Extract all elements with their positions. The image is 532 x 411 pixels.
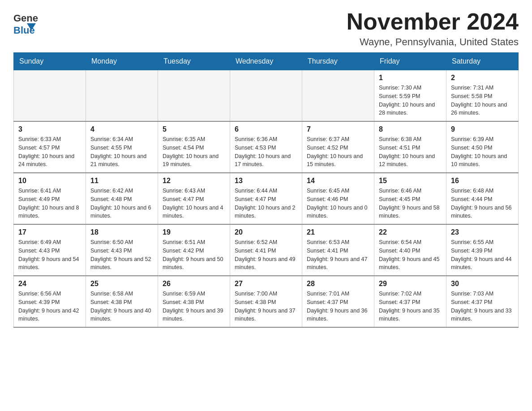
day-number: 13 bbox=[235, 177, 297, 185]
calendar-cell bbox=[230, 70, 302, 122]
day-info: Sunrise: 6:41 AMSunset: 4:49 PMDaylight:… bbox=[18, 187, 81, 220]
logo-image: General Blue bbox=[13, 9, 38, 38]
day-header-wednesday: Wednesday bbox=[230, 53, 302, 70]
day-info: Sunrise: 7:03 AMSunset: 4:37 PMDaylight:… bbox=[451, 290, 514, 323]
calendar-cell: 21Sunrise: 6:53 AMSunset: 4:41 PMDayligh… bbox=[302, 224, 374, 276]
calendar-week-row: 17Sunrise: 6:49 AMSunset: 4:43 PMDayligh… bbox=[14, 224, 519, 276]
calendar-cell: 1Sunrise: 7:30 AMSunset: 5:59 PMDaylight… bbox=[374, 70, 446, 122]
day-number: 4 bbox=[90, 125, 153, 133]
calendar-cell: 13Sunrise: 6:44 AMSunset: 4:47 PMDayligh… bbox=[230, 173, 302, 224]
calendar-cell: 2Sunrise: 7:31 AMSunset: 5:58 PMDaylight… bbox=[446, 70, 519, 122]
title-block: November 2024 Wayne, Pennsylvania, Unite… bbox=[347, 9, 519, 48]
day-number: 10 bbox=[18, 177, 81, 185]
day-number: 28 bbox=[307, 280, 369, 288]
day-number: 8 bbox=[379, 125, 442, 133]
day-number: 16 bbox=[451, 177, 514, 185]
day-header-monday: Monday bbox=[86, 53, 158, 70]
day-info: Sunrise: 6:53 AMSunset: 4:41 PMDaylight:… bbox=[307, 238, 369, 272]
day-number: 19 bbox=[163, 228, 225, 236]
day-number: 22 bbox=[379, 228, 442, 236]
day-info: Sunrise: 6:38 AMSunset: 4:51 PMDaylight:… bbox=[379, 135, 442, 169]
day-info: Sunrise: 6:50 AMSunset: 4:43 PMDaylight:… bbox=[90, 238, 153, 272]
day-number: 15 bbox=[379, 177, 442, 185]
calendar-cell: 23Sunrise: 6:55 AMSunset: 4:39 PMDayligh… bbox=[446, 224, 519, 276]
day-number: 6 bbox=[235, 125, 297, 133]
calendar-cell: 28Sunrise: 7:01 AMSunset: 4:37 PMDayligh… bbox=[302, 276, 374, 327]
day-info: Sunrise: 6:46 AMSunset: 4:45 PMDaylight:… bbox=[379, 187, 442, 220]
calendar-cell: 18Sunrise: 6:50 AMSunset: 4:43 PMDayligh… bbox=[86, 224, 158, 276]
calendar-header-row: SundayMondayTuesdayWednesdayThursdayFrid… bbox=[14, 53, 519, 70]
day-number: 24 bbox=[18, 280, 81, 288]
day-header-sunday: Sunday bbox=[14, 53, 86, 70]
calendar-week-row: 3Sunrise: 6:33 AMSunset: 4:57 PMDaylight… bbox=[14, 121, 519, 173]
day-header-saturday: Saturday bbox=[446, 53, 519, 70]
calendar-cell bbox=[14, 70, 86, 122]
calendar-table: SundayMondayTuesdayWednesdayThursdayFrid… bbox=[13, 52, 519, 328]
day-info: Sunrise: 6:58 AMSunset: 4:38 PMDaylight:… bbox=[90, 290, 153, 323]
day-number: 23 bbox=[451, 228, 514, 236]
calendar-cell: 25Sunrise: 6:58 AMSunset: 4:38 PMDayligh… bbox=[86, 276, 158, 327]
day-info: Sunrise: 6:44 AMSunset: 4:47 PMDaylight:… bbox=[235, 187, 297, 220]
location-title: Wayne, Pennsylvania, United States bbox=[347, 36, 519, 48]
month-title: November 2024 bbox=[347, 9, 519, 34]
calendar-cell bbox=[86, 70, 158, 122]
day-number: 1 bbox=[379, 74, 442, 82]
day-info: Sunrise: 6:43 AMSunset: 4:47 PMDaylight:… bbox=[163, 187, 225, 220]
day-number: 12 bbox=[163, 177, 225, 185]
day-number: 17 bbox=[18, 228, 81, 236]
calendar-cell: 15Sunrise: 6:46 AMSunset: 4:45 PMDayligh… bbox=[374, 173, 446, 224]
calendar-cell: 17Sunrise: 6:49 AMSunset: 4:43 PMDayligh… bbox=[14, 224, 86, 276]
day-number: 29 bbox=[379, 280, 442, 288]
day-info: Sunrise: 6:52 AMSunset: 4:41 PMDaylight:… bbox=[235, 238, 297, 272]
day-info: Sunrise: 7:31 AMSunset: 5:58 PMDaylight:… bbox=[451, 84, 514, 117]
day-info: Sunrise: 6:59 AMSunset: 4:38 PMDaylight:… bbox=[163, 290, 225, 323]
day-number: 9 bbox=[451, 125, 514, 133]
day-number: 21 bbox=[307, 228, 369, 236]
calendar-week-row: 1Sunrise: 7:30 AMSunset: 5:59 PMDaylight… bbox=[14, 70, 519, 122]
calendar-cell: 24Sunrise: 6:56 AMSunset: 4:39 PMDayligh… bbox=[14, 276, 86, 327]
calendar-cell: 10Sunrise: 6:41 AMSunset: 4:49 PMDayligh… bbox=[14, 173, 86, 224]
svg-text:Blue: Blue bbox=[13, 25, 35, 36]
calendar-week-row: 24Sunrise: 6:56 AMSunset: 4:39 PMDayligh… bbox=[14, 276, 519, 327]
calendar-cell: 8Sunrise: 6:38 AMSunset: 4:51 PMDaylight… bbox=[374, 121, 446, 173]
day-info: Sunrise: 7:00 AMSunset: 4:38 PMDaylight:… bbox=[235, 290, 297, 323]
calendar-cell bbox=[158, 70, 230, 122]
day-info: Sunrise: 6:33 AMSunset: 4:57 PMDaylight:… bbox=[18, 135, 81, 169]
day-number: 25 bbox=[90, 280, 153, 288]
day-number: 14 bbox=[307, 177, 369, 185]
calendar-cell: 30Sunrise: 7:03 AMSunset: 4:37 PMDayligh… bbox=[446, 276, 519, 327]
calendar-cell: 12Sunrise: 6:43 AMSunset: 4:47 PMDayligh… bbox=[158, 173, 230, 224]
calendar-cell bbox=[302, 70, 374, 122]
day-info: Sunrise: 6:35 AMSunset: 4:54 PMDaylight:… bbox=[163, 135, 225, 169]
day-number: 27 bbox=[235, 280, 297, 288]
calendar-cell: 29Sunrise: 7:02 AMSunset: 4:37 PMDayligh… bbox=[374, 276, 446, 327]
calendar-cell: 11Sunrise: 6:42 AMSunset: 4:48 PMDayligh… bbox=[86, 173, 158, 224]
day-info: Sunrise: 7:02 AMSunset: 4:37 PMDaylight:… bbox=[379, 290, 442, 323]
svg-text:General: General bbox=[13, 13, 38, 24]
calendar-cell: 7Sunrise: 6:37 AMSunset: 4:52 PMDaylight… bbox=[302, 121, 374, 173]
calendar-cell: 27Sunrise: 7:00 AMSunset: 4:38 PMDayligh… bbox=[230, 276, 302, 327]
day-info: Sunrise: 6:45 AMSunset: 4:46 PMDaylight:… bbox=[307, 187, 369, 220]
calendar-cell: 5Sunrise: 6:35 AMSunset: 4:54 PMDaylight… bbox=[158, 121, 230, 173]
calendar-cell: 14Sunrise: 6:45 AMSunset: 4:46 PMDayligh… bbox=[302, 173, 374, 224]
day-info: Sunrise: 6:49 AMSunset: 4:43 PMDaylight:… bbox=[18, 238, 81, 272]
calendar-week-row: 10Sunrise: 6:41 AMSunset: 4:49 PMDayligh… bbox=[14, 173, 519, 224]
calendar-cell: 6Sunrise: 6:36 AMSunset: 4:53 PMDaylight… bbox=[230, 121, 302, 173]
day-info: Sunrise: 6:54 AMSunset: 4:40 PMDaylight:… bbox=[379, 238, 442, 272]
calendar-cell: 16Sunrise: 6:48 AMSunset: 4:44 PMDayligh… bbox=[446, 173, 519, 224]
day-header-thursday: Thursday bbox=[302, 53, 374, 70]
day-info: Sunrise: 6:36 AMSunset: 4:53 PMDaylight:… bbox=[235, 135, 297, 169]
day-info: Sunrise: 6:48 AMSunset: 4:44 PMDaylight:… bbox=[451, 187, 514, 220]
day-number: 11 bbox=[90, 177, 153, 185]
day-header-tuesday: Tuesday bbox=[158, 53, 230, 70]
calendar-cell: 4Sunrise: 6:34 AMSunset: 4:55 PMDaylight… bbox=[86, 121, 158, 173]
day-info: Sunrise: 6:39 AMSunset: 4:50 PMDaylight:… bbox=[451, 135, 514, 169]
page-header: General Blue November 2024 Wayne, Pennsy… bbox=[13, 9, 519, 48]
day-number: 18 bbox=[90, 228, 153, 236]
day-number: 7 bbox=[307, 125, 369, 133]
day-info: Sunrise: 6:55 AMSunset: 4:39 PMDaylight:… bbox=[451, 238, 514, 272]
day-number: 30 bbox=[451, 280, 514, 288]
calendar-cell: 19Sunrise: 6:51 AMSunset: 4:42 PMDayligh… bbox=[158, 224, 230, 276]
day-info: Sunrise: 6:42 AMSunset: 4:48 PMDaylight:… bbox=[90, 187, 153, 220]
calendar-cell: 26Sunrise: 6:59 AMSunset: 4:38 PMDayligh… bbox=[158, 276, 230, 327]
